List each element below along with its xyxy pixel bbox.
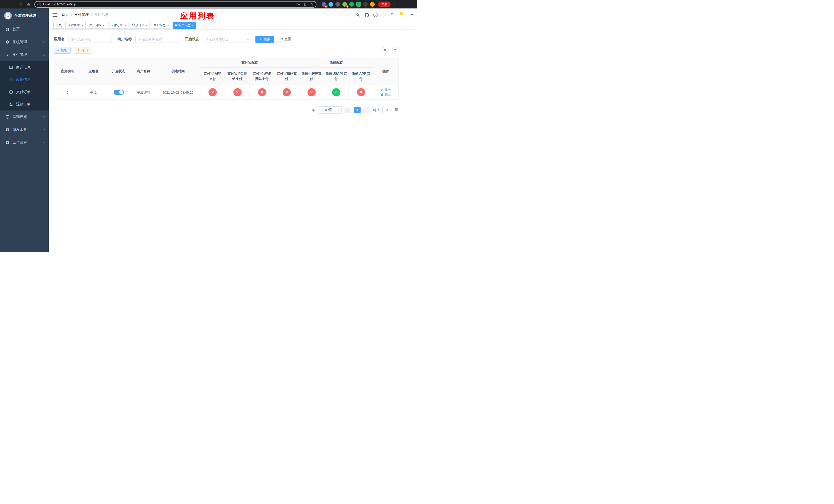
github-icon[interactable] — [365, 13, 369, 17]
status-toggle[interactable] — [114, 90, 124, 95]
sidebar: 芋道管理系统 首页 系统管理 ¥ 支付管理 商户信息 — [0, 8, 49, 252]
goto-page-input[interactable] — [382, 107, 392, 113]
search-button[interactable]: 搜索 — [256, 36, 274, 43]
search-icon — [259, 38, 262, 41]
sidebar-item-merchant-info[interactable]: 商户信息 — [0, 61, 49, 74]
close-icon[interactable]: × — [146, 24, 148, 27]
back-icon[interactable]: ← — [2, 1, 9, 8]
tab-label: 商户信息 — [153, 23, 166, 27]
chevron-down-icon — [247, 38, 249, 40]
grid-icon — [9, 78, 13, 82]
status-select[interactable]: 请选择开启状态 — [203, 36, 251, 43]
add-button-label: 新增 — [61, 48, 67, 52]
close-icon[interactable]: × — [192, 24, 194, 27]
close-icon[interactable]: × — [124, 24, 126, 27]
disabled-icon — [357, 88, 365, 96]
reload-icon[interactable] — [18, 1, 24, 8]
cell-wx-app — [349, 85, 373, 100]
app-logo[interactable]: 芋道管理系统 — [0, 8, 49, 23]
edit-link[interactable]: 修改 — [380, 88, 391, 92]
sidebar-item-payment-management[interactable]: ¥ 支付管理 — [0, 48, 49, 61]
add-button[interactable]: + 新增 — [54, 47, 70, 53]
col-group-alipay: 支付宝配置 — [200, 58, 299, 68]
key-icon[interactable] — [297, 3, 300, 6]
forward-icon[interactable]: → — [10, 1, 16, 8]
workflow-box-icon — [5, 140, 10, 144]
tab-user-group[interactable]: 用户分组× — [87, 22, 107, 29]
tab-label: 首页 — [56, 23, 62, 27]
help-icon[interactable]: ? — [373, 13, 377, 17]
order-circle-icon — [9, 90, 13, 94]
next-page-button[interactable]: › — [364, 107, 370, 113]
sidebar-item-refund-orders[interactable]: 退款订单 — [0, 98, 49, 111]
close-icon[interactable]: × — [81, 24, 83, 27]
sidebar-item-dev-tools[interactable]: 研发工具 — [0, 123, 49, 136]
home-icon[interactable] — [25, 1, 32, 8]
toolbox-icon — [5, 128, 10, 132]
info-icon[interactable]: i — [38, 3, 41, 6]
page-size-select[interactable]: 10条/页 — [318, 107, 342, 114]
refresh-icon — [393, 49, 397, 52]
tab-home[interactable]: 首页 — [53, 22, 64, 29]
payment-submenu: 商户信息 应用信息 支付订单 退款订单 — [0, 61, 49, 111]
browser-chrome: ← → i localhost:1024/pay/app 10 1 更新 ⋮ — [0, 0, 417, 8]
caret-down-icon[interactable] — [411, 14, 413, 16]
tab-payment-order[interactable]: 支付订单× — [108, 22, 129, 29]
hamburger-icon[interactable] — [52, 13, 58, 17]
extension-icon-1[interactable]: 10 — [322, 2, 326, 7]
breadcrumb-payment[interactable]: 支付管理 — [74, 13, 89, 17]
url-bar[interactable]: i localhost:1024/pay/app — [35, 1, 316, 8]
cell-wx-mini — [299, 85, 324, 100]
browser-menu-icon[interactable]: ⋮ — [392, 2, 397, 6]
tab-process-form[interactable]: 流程表单× — [65, 22, 86, 29]
col-header-alipay-wap: 支付宝 WAP 网站支付 — [250, 67, 275, 85]
breadcrumb-current: 应用信息 — [94, 13, 109, 17]
extension-icon-3[interactable] — [335, 2, 340, 7]
goto-prefix: 前往 — [373, 108, 379, 112]
page-button-1[interactable]: 1 — [354, 107, 360, 113]
tab-refund-order[interactable]: 退款订单× — [130, 22, 150, 29]
refresh-table-button[interactable] — [392, 47, 398, 53]
cell-merchant: 芋道源码 — [131, 85, 156, 100]
sidebar-item-payment-orders[interactable]: 支付订单 — [0, 86, 49, 98]
breadcrumb-home[interactable]: 首页 — [62, 13, 69, 17]
status-label: 开启状态 — [185, 37, 199, 42]
close-icon[interactable]: × — [103, 24, 105, 27]
extension-icon-5[interactable] — [349, 2, 354, 7]
sidebar-item-label: 支付管理 — [13, 52, 27, 57]
tab-merchant-info[interactable]: 商户信息× — [151, 22, 171, 29]
prev-page-button[interactable]: ‹ — [345, 107, 351, 113]
reset-button[interactable]: 重置 — [277, 36, 294, 43]
sidebar-item-app-info[interactable]: 应用信息 — [0, 74, 49, 86]
search-button-label: 搜索 — [264, 37, 270, 42]
extension-icon-7[interactable] — [363, 2, 368, 7]
profile-avatar-icon[interactable] — [370, 2, 375, 7]
extension-icon-2[interactable] — [329, 2, 333, 7]
chrome-update-button[interactable]: 更新 — [378, 2, 391, 7]
close-icon[interactable]: × — [167, 24, 169, 27]
tab-app-info[interactable]: 应用信息× — [173, 22, 196, 29]
tab-label: 用户分组 — [89, 23, 102, 27]
sidebar-item-home[interactable]: 首页 — [0, 23, 49, 36]
sidebar-item-workflow[interactable]: 工作流程 — [0, 136, 49, 149]
export-button[interactable]: 导出 — [73, 47, 91, 53]
delete-link[interactable]: 删除 — [380, 92, 391, 97]
breadcrumb-separator: / — [71, 13, 72, 17]
app-name-input[interactable] — [68, 36, 112, 43]
col-header-wx-app: 微信 APP 支付 — [349, 67, 373, 85]
fullscreen-icon[interactable] — [382, 13, 386, 17]
chevron-down-icon — [43, 128, 45, 130]
sidebar-item-system-management[interactable]: 系统管理 — [0, 36, 49, 48]
merchant-name-input[interactable] — [135, 36, 179, 43]
extension-icon-4[interactable]: 1 — [343, 2, 347, 7]
search-icon[interactable] — [356, 13, 360, 17]
toggle-search-button[interactable] — [382, 47, 389, 53]
extension-icon-6[interactable] — [356, 2, 361, 7]
goto-suffix: 页 — [395, 108, 398, 112]
user-avatar[interactable] — [399, 11, 407, 19]
url-text[interactable]: localhost:1024/pay/app — [43, 3, 76, 6]
bookmark-star-icon[interactable] — [310, 3, 313, 6]
sidebar-item-infrastructure[interactable]: 基础设施 — [0, 111, 49, 123]
font-size-icon[interactable]: TT — [391, 13, 395, 17]
share-icon[interactable] — [303, 3, 307, 6]
